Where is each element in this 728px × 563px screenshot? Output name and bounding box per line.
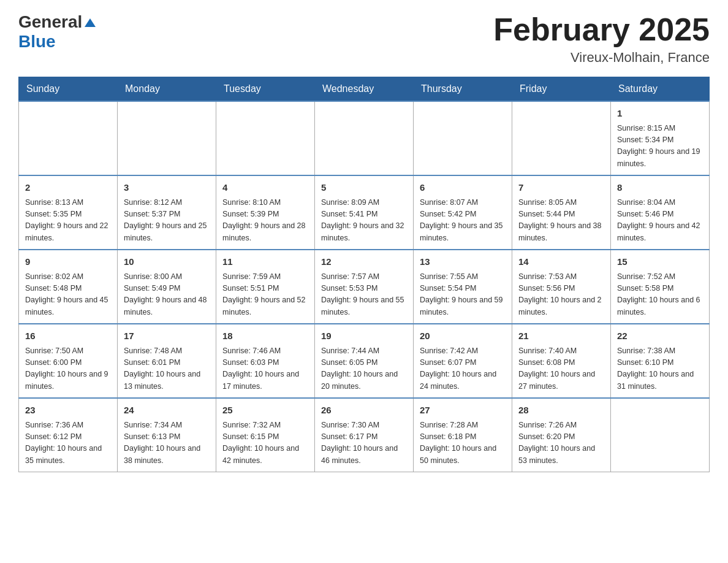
calendar-cell: 27Sunrise: 7:28 AMSunset: 6:18 PMDayligh… (414, 398, 512, 472)
calendar-cell: 3Sunrise: 8:12 AMSunset: 5:37 PMDaylight… (118, 175, 216, 250)
day-number: 16 (25, 329, 111, 343)
day-number: 15 (617, 255, 703, 269)
day-info: Sunrise: 8:09 AMSunset: 5:41 PMDaylight:… (321, 197, 407, 245)
day-info: Sunrise: 8:02 AMSunset: 5:48 PMDaylight:… (25, 271, 111, 319)
calendar-cell: 13Sunrise: 7:55 AMSunset: 5:54 PMDayligh… (414, 250, 512, 324)
day-number: 13 (420, 255, 506, 269)
svg-marker-0 (85, 18, 96, 27)
day-number: 10 (124, 255, 210, 269)
day-info: Sunrise: 8:05 AMSunset: 5:44 PMDaylight:… (518, 197, 604, 245)
calendar-cell (315, 101, 414, 175)
day-of-week-header: Tuesday (216, 77, 315, 102)
calendar-cell: 18Sunrise: 7:46 AMSunset: 6:03 PMDayligh… (216, 324, 315, 398)
calendar-week-row: 9Sunrise: 8:02 AMSunset: 5:48 PMDaylight… (19, 250, 710, 324)
day-number: 7 (518, 181, 604, 195)
calendar-week-row: 23Sunrise: 7:36 AMSunset: 6:12 PMDayligh… (19, 398, 710, 472)
calendar-body: 1Sunrise: 8:15 AMSunset: 5:34 PMDaylight… (19, 101, 710, 472)
day-number: 18 (222, 329, 308, 343)
day-info: Sunrise: 7:30 AMSunset: 6:17 PMDaylight:… (321, 419, 407, 467)
calendar-cell (216, 101, 315, 175)
calendar-cell (512, 101, 611, 175)
day-number: 23 (25, 404, 111, 418)
calendar-cell: 10Sunrise: 8:00 AMSunset: 5:49 PMDayligh… (118, 250, 216, 324)
calendar-cell: 6Sunrise: 8:07 AMSunset: 5:42 PMDaylight… (414, 175, 512, 250)
calendar-cell: 25Sunrise: 7:32 AMSunset: 6:15 PMDayligh… (216, 398, 315, 472)
logo: General Blue (18, 12, 97, 52)
day-number: 25 (222, 404, 308, 418)
day-info: Sunrise: 7:36 AMSunset: 6:12 PMDaylight:… (25, 419, 111, 467)
title-area: February 2025 Vireux-Molhain, France (493, 12, 710, 66)
calendar-cell (19, 101, 118, 175)
day-of-week-header: Monday (118, 77, 216, 102)
calendar-cell: 23Sunrise: 7:36 AMSunset: 6:12 PMDayligh… (19, 398, 118, 472)
day-number: 14 (518, 255, 604, 269)
day-info: Sunrise: 7:40 AMSunset: 6:08 PMDaylight:… (518, 345, 604, 393)
day-info: Sunrise: 7:44 AMSunset: 6:05 PMDaylight:… (321, 345, 407, 393)
calendar-cell: 19Sunrise: 7:44 AMSunset: 6:05 PMDayligh… (315, 324, 414, 398)
day-info: Sunrise: 8:04 AMSunset: 5:46 PMDaylight:… (617, 197, 703, 245)
day-info: Sunrise: 7:46 AMSunset: 6:03 PMDaylight:… (222, 345, 308, 393)
day-number: 21 (518, 329, 604, 343)
calendar-cell: 22Sunrise: 7:38 AMSunset: 6:10 PMDayligh… (611, 324, 710, 398)
day-info: Sunrise: 7:38 AMSunset: 6:10 PMDaylight:… (617, 345, 703, 393)
day-info: Sunrise: 7:26 AMSunset: 6:20 PMDaylight:… (518, 419, 604, 467)
calendar-cell (611, 398, 710, 472)
calendar-cell: 12Sunrise: 7:57 AMSunset: 5:53 PMDayligh… (315, 250, 414, 324)
calendar-cell: 20Sunrise: 7:42 AMSunset: 6:07 PMDayligh… (414, 324, 512, 398)
calendar-cell (118, 101, 216, 175)
calendar-cell: 4Sunrise: 8:10 AMSunset: 5:39 PMDaylight… (216, 175, 315, 250)
calendar-week-row: 16Sunrise: 7:50 AMSunset: 6:00 PMDayligh… (19, 324, 710, 398)
day-info: Sunrise: 7:57 AMSunset: 5:53 PMDaylight:… (321, 271, 407, 319)
calendar-cell: 11Sunrise: 7:59 AMSunset: 5:51 PMDayligh… (216, 250, 315, 324)
day-number: 2 (25, 181, 111, 195)
day-info: Sunrise: 7:42 AMSunset: 6:07 PMDaylight:… (420, 345, 506, 393)
calendar-cell: 9Sunrise: 8:02 AMSunset: 5:48 PMDaylight… (19, 250, 118, 324)
calendar-cell: 28Sunrise: 7:26 AMSunset: 6:20 PMDayligh… (512, 398, 611, 472)
calendar-cell: 8Sunrise: 8:04 AMSunset: 5:46 PMDaylight… (611, 175, 710, 250)
day-number: 12 (321, 255, 407, 269)
calendar-cell: 26Sunrise: 7:30 AMSunset: 6:17 PMDayligh… (315, 398, 414, 472)
calendar-cell: 15Sunrise: 7:52 AMSunset: 5:58 PMDayligh… (611, 250, 710, 324)
day-info: Sunrise: 7:32 AMSunset: 6:15 PMDaylight:… (222, 419, 308, 467)
day-number: 17 (124, 329, 210, 343)
calendar-cell: 1Sunrise: 8:15 AMSunset: 5:34 PMDaylight… (611, 101, 710, 175)
day-number: 3 (124, 181, 210, 195)
day-of-week-header: Sunday (19, 77, 118, 102)
calendar-week-row: 1Sunrise: 8:15 AMSunset: 5:34 PMDaylight… (19, 101, 710, 175)
calendar-cell (414, 101, 512, 175)
calendar-title: February 2025 (493, 12, 710, 47)
day-number: 22 (617, 329, 703, 343)
day-number: 24 (124, 404, 210, 418)
header: General Blue February 2025 Vireux-Molhai… (18, 12, 710, 66)
day-number: 6 (420, 181, 506, 195)
calendar-cell: 7Sunrise: 8:05 AMSunset: 5:44 PMDaylight… (512, 175, 611, 250)
day-of-week-header: Thursday (414, 77, 512, 102)
day-number: 8 (617, 181, 703, 195)
day-number: 27 (420, 404, 506, 418)
day-number: 20 (420, 329, 506, 343)
day-info: Sunrise: 8:07 AMSunset: 5:42 PMDaylight:… (420, 197, 506, 245)
calendar-cell: 5Sunrise: 8:09 AMSunset: 5:41 PMDaylight… (315, 175, 414, 250)
calendar-cell: 17Sunrise: 7:48 AMSunset: 6:01 PMDayligh… (118, 324, 216, 398)
day-number: 1 (617, 107, 703, 121)
day-number: 11 (222, 255, 308, 269)
day-number: 28 (518, 404, 604, 418)
day-info: Sunrise: 7:50 AMSunset: 6:00 PMDaylight:… (25, 345, 111, 393)
day-of-week-header: Wednesday (315, 77, 414, 102)
calendar-cell: 16Sunrise: 7:50 AMSunset: 6:00 PMDayligh… (19, 324, 118, 398)
day-info: Sunrise: 8:00 AMSunset: 5:49 PMDaylight:… (124, 271, 210, 319)
day-info: Sunrise: 7:48 AMSunset: 6:01 PMDaylight:… (124, 345, 210, 393)
day-number: 9 (25, 255, 111, 269)
day-number: 5 (321, 181, 407, 195)
day-of-week-header: Saturday (611, 77, 710, 102)
day-number: 4 (222, 181, 308, 195)
day-info: Sunrise: 8:12 AMSunset: 5:37 PMDaylight:… (124, 197, 210, 245)
calendar-subtitle: Vireux-Molhain, France (493, 50, 710, 66)
calendar-cell: 14Sunrise: 7:53 AMSunset: 5:56 PMDayligh… (512, 250, 611, 324)
day-number: 19 (321, 329, 407, 343)
calendar-cell: 24Sunrise: 7:34 AMSunset: 6:13 PMDayligh… (118, 398, 216, 472)
day-info: Sunrise: 7:55 AMSunset: 5:54 PMDaylight:… (420, 271, 506, 319)
day-info: Sunrise: 7:53 AMSunset: 5:56 PMDaylight:… (518, 271, 604, 319)
day-info: Sunrise: 8:13 AMSunset: 5:35 PMDaylight:… (25, 197, 111, 245)
calendar-table: SundayMondayTuesdayWednesdayThursdayFrid… (18, 77, 710, 472)
